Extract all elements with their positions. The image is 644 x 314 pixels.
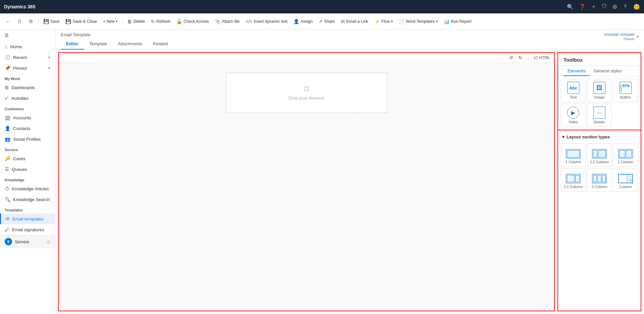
- layout-item-1col[interactable]: · · · ·· · · · 1 Column: [561, 143, 586, 167]
- layout-item-custom[interactable]: · · · ·· · · · ✎ Custom: [613, 168, 638, 192]
- layout-item-3col[interactable]: · · · ·· · · · 3 Column: [587, 168, 612, 192]
- drop-zone[interactable]: 🗋 Drop your element: [226, 73, 387, 113]
- flow-button[interactable]: ⚡ Flow ▾: [372, 17, 395, 25]
- sidebar-item-social-profiles[interactable]: 👥 Social Profiles: [0, 134, 55, 144]
- page-icon-button[interactable]: 🗋: [14, 16, 25, 27]
- question-circle-icon[interactable]: ❓: [579, 4, 586, 10]
- save-close-button[interactable]: 💾 Save & Close: [63, 17, 100, 25]
- search-icon[interactable]: 🔍: [567, 4, 574, 10]
- sidebar-item-accounts[interactable]: 🏢 Accounts: [0, 112, 55, 123]
- sidebar-item-pinned[interactable]: 📌 Pinned ▾: [0, 63, 55, 73]
- attach-file-button[interactable]: 📎 Attach file: [212, 17, 243, 25]
- dots-decoration: · · · ·· · · ·: [588, 144, 596, 150]
- toolbox-header: Toolbox: [558, 53, 641, 66]
- sidebar-item-dashboards[interactable]: ⊞ Dashboards: [0, 82, 55, 93]
- sidebar-bottom[interactable]: S Service ◇: [0, 235, 55, 248]
- owner-name[interactable]: crmuser crmuser: [604, 32, 635, 37]
- social-profiles-icon: 👥: [5, 136, 10, 142]
- 3col-preview: [592, 174, 607, 183]
- dots-decoration: · · · ·· · · ·: [614, 144, 622, 150]
- layout-section: ▾ Layout section types · · · ·· · · · 1 …: [558, 130, 641, 194]
- dots-decoration: · · · ·· · · ·: [562, 80, 570, 85]
- main-layout: ☰ ⌂ Home 🕐 Recent ▾ 📌 Pinned ▾ My Work ⊞…: [0, 29, 644, 314]
- owner-chevron-icon[interactable]: ▾: [637, 35, 639, 39]
- layout-item-2col[interactable]: · · · ·· · · · 2 Column: [613, 143, 638, 167]
- tab-template[interactable]: Template: [84, 39, 113, 50]
- 21col-label: 2:1 Column: [564, 185, 583, 189]
- assign-button[interactable]: 👤 Assign: [291, 17, 315, 25]
- page-header: Email Template Editor Template Attachmen…: [55, 29, 644, 50]
- tab-attachments[interactable]: Attachments: [112, 39, 147, 50]
- owner-label: Owner: [604, 37, 635, 41]
- back-button[interactable]: ←: [3, 16, 13, 27]
- sidebar-item-cases[interactable]: 🔑 Cases: [0, 153, 55, 164]
- tab-related[interactable]: Related: [148, 39, 173, 50]
- col: [619, 150, 625, 158]
- content-area: Email Template Editor Template Attachmen…: [55, 29, 644, 314]
- email-templates-icon: ✉: [6, 216, 10, 222]
- layout-section-header[interactable]: ▾ Layout section types: [561, 133, 638, 141]
- page-header-right: crmuser crmuser Owner ▾: [604, 32, 639, 44]
- editor-canvas-container: ↺ ↻ ⟨/⟩ HTML 🗋 Drop your element: [58, 52, 555, 311]
- share-icon: ↗: [319, 19, 323, 24]
- divider-element-label: Divider: [594, 120, 605, 124]
- owner-info: crmuser crmuser Owner: [604, 32, 635, 41]
- run-report-button[interactable]: 📊 Run Report: [441, 17, 474, 25]
- toolbox-element-image[interactable]: · · · ·· · · · 🖼 Image: [587, 79, 612, 102]
- flow-chevron-icon: ▾: [391, 19, 393, 23]
- separator-1: [38, 17, 39, 25]
- plus-icon[interactable]: ＋: [591, 3, 596, 10]
- editor-mini-toolbar: ↺ ↻ ⟨/⟩ HTML: [59, 53, 554, 63]
- delete-button[interactable]: 🗑 Delete: [124, 17, 148, 25]
- sidebar-item-activities[interactable]: ✓ Activities: [0, 93, 55, 104]
- toolbox-element-video[interactable]: · · · ·· · · · ▶ Video: [561, 104, 586, 127]
- sidebar-item-knowledge-search[interactable]: 🔍 Knowledge Search: [0, 194, 55, 205]
- templates-section: Templates: [0, 205, 55, 213]
- sidebar-item-email-signatures[interactable]: 🖊 Email signatures: [0, 224, 55, 235]
- user-icon[interactable]: 😊: [633, 4, 640, 10]
- sidebar-item-email-templates[interactable]: ✉ Email templates: [0, 213, 55, 224]
- sidebar-item-recent[interactable]: 🕐 Recent ▾: [0, 52, 55, 63]
- duplicate-button[interactable]: ⧉: [25, 16, 36, 27]
- sidebar-hamburger[interactable]: ☰: [0, 29, 55, 41]
- insert-dynamic-text-button[interactable]: </> Insert dynamic text: [243, 17, 290, 25]
- save-icon: 💾: [43, 19, 49, 24]
- home-icon: ⌂: [5, 44, 7, 49]
- email-link-icon: ✉: [341, 19, 345, 24]
- layout-item-21col[interactable]: · · · ·· · · · 2:1 Column: [561, 168, 586, 192]
- sidebar-item-knowledge-articles[interactable]: 🗒 Knowledge Articles: [0, 183, 55, 194]
- toolbox-tab-elements[interactable]: Elements: [564, 66, 590, 76]
- word-templates-chevron-icon: ▾: [436, 19, 438, 23]
- recent-icon: 🕐: [5, 55, 10, 60]
- layout-item-12col[interactable]: · · · ·· · · · 1:2 Column: [587, 143, 612, 167]
- editor-canvas[interactable]: 🗋 Drop your element: [59, 63, 554, 311]
- word-templates-button[interactable]: 📄 Word Templates ▾: [396, 17, 440, 25]
- assign-icon: 👤: [293, 19, 299, 24]
- undo-button[interactable]: ↺: [508, 54, 515, 61]
- share-button[interactable]: ↗ Share: [316, 17, 337, 25]
- html-button[interactable]: ⟨/⟩ HTML: [532, 55, 551, 61]
- queues-icon: ☰: [5, 167, 9, 172]
- check-access-button[interactable]: 🔓 Check Access: [174, 17, 211, 25]
- toolbox-element-divider[interactable]: · · · ·· · · · — Divider: [587, 104, 612, 127]
- sidebar-item-home[interactable]: ⌂ Home: [0, 41, 55, 52]
- tab-editor[interactable]: Editor: [61, 39, 84, 50]
- refresh-button[interactable]: ↻ Refresh: [148, 17, 173, 25]
- toolbox-element-text[interactable]: · · · ·· · · · Abc Text: [561, 79, 586, 102]
- help-icon[interactable]: ？: [623, 3, 628, 10]
- save-button[interactable]: 💾 Save: [41, 17, 62, 25]
- email-link-button[interactable]: ✉ Email a Link: [338, 17, 371, 25]
- layout-section-chevron-icon: ▾: [562, 134, 565, 139]
- top-bar-icons: 🔍 ❓ ＋ ⛉ ⚙ ？ 😊: [567, 3, 640, 10]
- settings-icon[interactable]: ⚙: [612, 4, 617, 10]
- toolbox-element-button[interactable]: · · · ·· · · · [ BTN ] Button: [613, 79, 638, 102]
- activities-icon: ✓: [5, 96, 9, 101]
- filter-icon[interactable]: ⛉: [602, 4, 607, 10]
- toolbox-tab-general-styles[interactable]: General styles: [590, 66, 626, 76]
- 12col-preview: [592, 149, 607, 159]
- redo-button[interactable]: ↻: [517, 54, 524, 61]
- new-button[interactable]: + New ▾: [100, 18, 120, 25]
- sidebar-item-queues[interactable]: ☰ Queues: [0, 164, 55, 175]
- col-narrow: [575, 175, 580, 182]
- sidebar-item-contacts[interactable]: 👤 Contacts: [0, 123, 55, 134]
